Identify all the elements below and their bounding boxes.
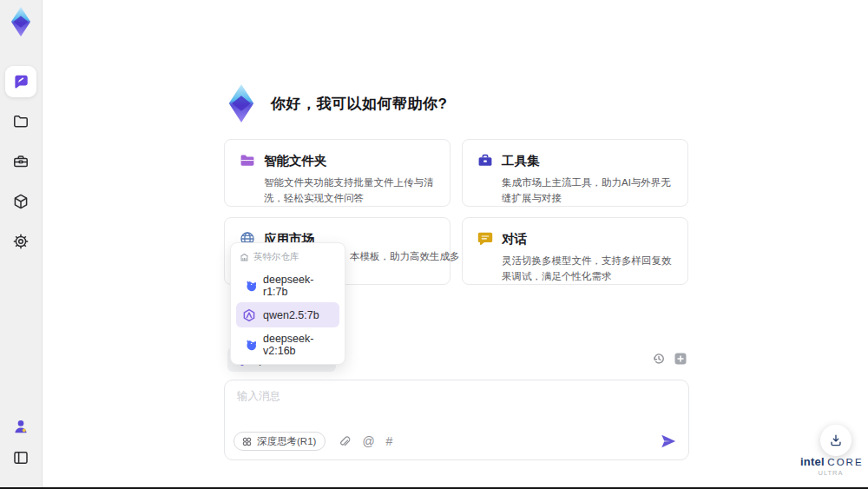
deepseek-icon: [242, 279, 256, 293]
card-desc: 智能文件夹功能支持批量文件上传与清洗，轻松实现文件问答: [264, 175, 437, 207]
deep-think-toggle[interactable]: 深度思考(R1): [233, 432, 326, 451]
panel-toggle-icon: [12, 449, 30, 466]
card-title: 对话: [502, 231, 527, 248]
intel-sub-label: ULTRA: [800, 469, 861, 477]
intel-wordmark: intel: [800, 455, 825, 468]
model-option-qwen[interactable]: qwen2.5:7b: [236, 302, 339, 327]
model-dropdown: 英特尔仓库 deepseek-r1:7b qwen2.5:7b deepseek…: [230, 242, 345, 365]
cube-icon: [12, 193, 30, 210]
model-option-label: deepseek-v2:16b: [263, 333, 333, 357]
sidebar-item-settings[interactable]: [5, 226, 36, 257]
core-wordmark: CORE: [827, 457, 863, 467]
app-window: 你好，我可以如何帮助你? 智能文件夹 智能文件夹功能支持批量文件上传与清洗，轻松…: [0, 0, 868, 489]
model-option-label: deepseek-r1:7b: [263, 274, 333, 298]
intel-core-badge: intel CORE ULTRA: [800, 455, 861, 477]
model-dropdown-header: 英特尔仓库: [236, 248, 339, 268]
greeting: 你好，我可以如何帮助你?: [222, 83, 447, 123]
sidebar-item-collapse[interactable]: [5, 442, 36, 473]
send-icon[interactable]: [659, 432, 678, 451]
gear-icon: [12, 233, 30, 250]
at-icon[interactable]: @: [362, 435, 374, 447]
sidebar-item-models[interactable]: [5, 186, 36, 217]
history-icon[interactable]: [652, 352, 666, 366]
sidebar-item-chat[interactable]: [5, 66, 36, 97]
card-smart-folder[interactable]: 智能文件夹 智能文件夹功能支持批量文件上传与清洗，轻松实现文件问答: [224, 139, 450, 207]
dialog-icon: [477, 230, 494, 248]
deepseek-icon: [242, 338, 256, 352]
app-logo-icon: [6, 6, 36, 37]
sidebar-item-folders[interactable]: [5, 106, 36, 137]
repository-label: 英特尔仓库: [253, 251, 299, 263]
card-dialog[interactable]: 对话 灵活切换多模型文件，支持多样回复效果调试，满足个性化需求: [462, 217, 688, 285]
deep-think-label: 深度思考(R1): [257, 435, 316, 448]
chat-bubble-icon: [12, 73, 30, 90]
greeting-text: 你好，我可以如何帮助你?: [271, 94, 447, 114]
assistant-logo-icon: [222, 83, 260, 123]
new-chat-icon[interactable]: [674, 352, 687, 366]
message-input[interactable]: [237, 389, 671, 424]
card-title: 工具集: [502, 153, 540, 169]
card-desc: 灵活切换多模型文件，支持多样回复效果调试，满足个性化需求: [502, 254, 675, 285]
toolbox-icon: [477, 152, 494, 169]
card-toolset[interactable]: 工具集 集成市场上主流工具，助力AI与外界无缝扩展与对接: [462, 139, 688, 207]
toolbox-icon: [12, 153, 30, 170]
sidebar-item-toolbox[interactable]: [5, 146, 36, 177]
repository-icon: [240, 253, 249, 262]
user-icon: [12, 418, 30, 435]
qwen-icon: [242, 308, 256, 322]
composer-attachment-icons: @ #: [338, 435, 392, 448]
card-title: 智能文件夹: [264, 153, 327, 169]
model-option-deepseek-v2[interactable]: deepseek-v2:16b: [236, 332, 339, 357]
model-option-deepseek-r1[interactable]: deepseek-r1:7b: [236, 273, 339, 298]
folder-icon: [12, 113, 30, 130]
model-option-label: qwen2.5:7b: [263, 309, 319, 321]
card-desc-partial: 本模板，助力高效生成多: [350, 250, 460, 263]
composer-top-actions: [652, 352, 687, 366]
sidebar: [0, 0, 43, 487]
message-composer: 深度思考(R1) @ #: [224, 380, 689, 460]
deep-think-icon: [241, 436, 253, 447]
composer-toolbar: 深度思考(R1) @ #: [233, 431, 678, 452]
download-icon: [828, 433, 844, 448]
paperclip-icon[interactable]: [338, 435, 351, 448]
smart-folder-icon: [239, 152, 256, 169]
card-desc: 集成市场上主流工具，助力AI与外界无缝扩展与对接: [502, 175, 675, 207]
download-button[interactable]: [820, 425, 852, 456]
sidebar-item-account[interactable]: [5, 411, 36, 442]
grid-icon[interactable]: #: [386, 435, 393, 447]
